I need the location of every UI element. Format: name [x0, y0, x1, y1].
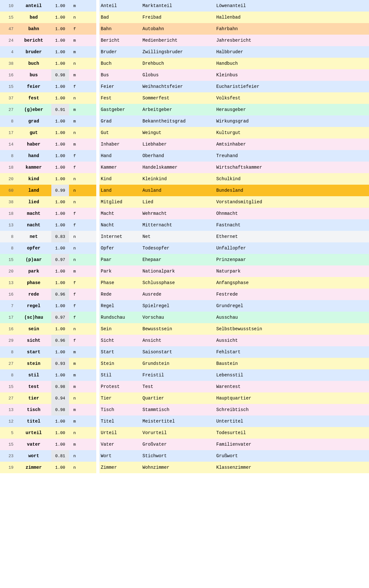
- table-row: 8hand1.00f: [0, 150, 96, 162]
- cell-gender: m: [69, 35, 80, 46]
- cell-number: 38: [0, 58, 16, 69]
- cell-example-3: Unfallopfer: [215, 246, 369, 251]
- cell-number: 18: [0, 208, 16, 219]
- cell-example-2: Wohnzimmer: [141, 465, 215, 470]
- cell-score: 1.00: [51, 0, 69, 12]
- right-row: FestSommerfestVolksfest: [99, 92, 369, 104]
- cell-example-2: Freistil: [141, 373, 215, 378]
- right-row: StilFreistilLebensstil: [99, 369, 369, 381]
- cell-word: park: [16, 265, 51, 277]
- cell-gender: n: [69, 462, 80, 473]
- cell-score: 1.00: [51, 462, 69, 473]
- cell-gender: m: [69, 0, 80, 12]
- table-row: 15vater1.00m: [0, 439, 96, 450]
- cell-example-2: Globus: [141, 72, 215, 78]
- cell-example-3: Wirkungsgrad: [215, 119, 369, 124]
- cell-word: stil: [16, 369, 51, 381]
- cell-gender: f: [69, 219, 80, 231]
- cell-example-2: Saisonstart: [141, 349, 215, 355]
- table-row: 38lied1.00n: [0, 196, 96, 208]
- cell-example-1: Tier: [99, 396, 141, 401]
- cell-number: 60: [0, 185, 16, 196]
- table-row: 8start1.00m: [0, 346, 96, 358]
- right-row: MitgliedLiedVorstandsmitglied: [99, 196, 369, 208]
- cell-gender: m: [69, 69, 80, 81]
- cell-example-2: Spielregel: [141, 303, 215, 308]
- table-row: 18kammer1.00f: [0, 162, 96, 173]
- right-row: SichtAnsichtAussicht: [99, 335, 369, 346]
- cell-example-2: Freibad: [141, 15, 215, 20]
- cell-word: vater: [16, 439, 51, 450]
- cell-gender: m: [69, 381, 80, 392]
- cell-number: 29: [0, 335, 16, 346]
- cell-word: kammer: [16, 162, 51, 173]
- table-row: 14haber1.00m: [0, 139, 96, 150]
- cell-example-3: Löwenanteil: [215, 3, 369, 8]
- cell-example-3: Vorstandsmitglied: [215, 199, 369, 205]
- right-row: BerichtMedienberichtJahresbericht: [99, 35, 369, 46]
- cell-example-1: Sicht: [99, 338, 141, 343]
- right-row: RundschauVorschauAusschau: [99, 312, 369, 323]
- cell-score: 1.00: [51, 58, 69, 69]
- cell-word: kind: [16, 173, 51, 185]
- cell-score: 1.00: [51, 12, 69, 23]
- cell-word: fest: [16, 92, 51, 104]
- cell-example-2: Ausrede: [141, 292, 215, 297]
- right-row: BusGlobusKleinbus: [99, 69, 369, 81]
- cell-example-1: Vater: [99, 442, 141, 447]
- cell-gender: n: [69, 392, 80, 404]
- cell-example-3: Klassenzimmer: [215, 465, 369, 470]
- cell-score: 0.98: [51, 69, 69, 81]
- cell-example-1: Nacht: [99, 223, 141, 228]
- right-row: FeierWeihnachtsfeierEucharistiefeier: [99, 81, 369, 92]
- cell-example-1: Titel: [99, 419, 141, 424]
- table-row: 18macht1.00f: [0, 208, 96, 219]
- right-row: BruderZwillingsbruderHalbbruder: [99, 46, 369, 58]
- table-row: 37fest1.00n: [0, 92, 96, 104]
- cell-example-1: Opfer: [99, 246, 141, 251]
- cell-score: 1.00: [51, 139, 69, 150]
- table-row: 7regel1.00f: [0, 300, 96, 312]
- cell-number: 20: [0, 265, 16, 277]
- table-row: 24bericht1.00m: [0, 35, 96, 46]
- cell-number: 18: [0, 162, 16, 173]
- cell-score: 1.00: [51, 242, 69, 254]
- cell-score: 1.00: [51, 115, 69, 127]
- cell-example-2: Ausland: [141, 188, 215, 193]
- right-row: ZimmerWohnzimmerKlassenzimmer: [99, 462, 369, 473]
- cell-example-1: Inhaber: [99, 142, 141, 147]
- cell-example-3: Anfangsphase: [215, 280, 369, 285]
- cell-example-1: Rundschau: [99, 315, 141, 320]
- cell-word: regel: [16, 300, 51, 312]
- cell-example-3: Baustein: [215, 361, 369, 366]
- cell-number: 7: [0, 300, 16, 312]
- table-row: 19zimmer1.00n: [0, 462, 96, 473]
- cell-score: 0.97: [51, 254, 69, 265]
- table-row: 16sein1.00n: [0, 323, 96, 335]
- cell-gender: n: [69, 242, 80, 254]
- cell-score: 1.00: [51, 439, 69, 450]
- table-row: 16bus0.98m: [0, 69, 96, 81]
- cell-example-1: Protest: [99, 384, 141, 389]
- cell-score: 1.00: [51, 35, 69, 46]
- cell-score: 1.00: [51, 46, 69, 58]
- cell-word: buch: [16, 58, 51, 69]
- cell-example-3: Wirtschaftskammer: [215, 165, 369, 170]
- cell-number: 27: [0, 358, 16, 369]
- cell-gender: f: [69, 81, 80, 92]
- cell-score: 1.00: [51, 346, 69, 358]
- cell-example-1: Start: [99, 349, 141, 355]
- cell-number: 17: [0, 127, 16, 139]
- cell-number: 15: [0, 439, 16, 450]
- right-row: LandAuslandBundesland: [99, 185, 369, 196]
- cell-example-1: Grad: [99, 119, 141, 124]
- cell-gender: n: [69, 173, 80, 185]
- cell-example-2: Todesopfer: [141, 246, 215, 251]
- table-row: 47bahn1.00f: [0, 23, 96, 35]
- right-row: UrteilVorurteilTodesurteil: [99, 427, 369, 439]
- right-row: TierQuartierHauptquartier: [99, 392, 369, 404]
- right-row: NachtMitternachtFastnacht: [99, 219, 369, 231]
- table-row: 8grad1.00m: [0, 115, 96, 127]
- cell-score: 1.00: [51, 208, 69, 219]
- cell-example-1: Rede: [99, 292, 141, 297]
